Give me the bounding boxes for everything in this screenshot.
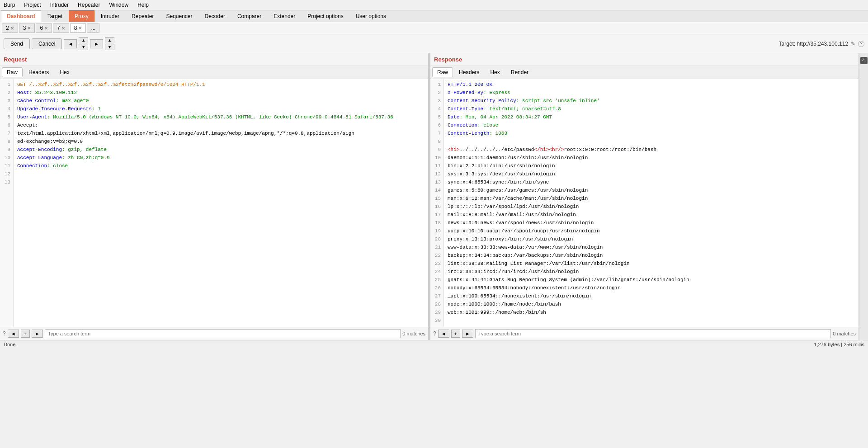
- close-tab-6[interactable]: ✕: [44, 26, 48, 31]
- tab-project-options[interactable]: Project options: [302, 10, 349, 22]
- request-panel-header: Request: [0, 53, 428, 66]
- response-line-numbers: 1234567891011121314151617181920212223242…: [430, 79, 444, 327]
- tab-target[interactable]: Target: [42, 10, 68, 22]
- close-tab-2[interactable]: ✕: [10, 26, 14, 31]
- request-text: GET /..%2f..%2f..%2f..%2f..%2f..%2fetc%2…: [14, 79, 428, 327]
- response-search-next[interactable]: +: [451, 330, 460, 338]
- request-panel-tabs: Raw Headers Hex: [0, 66, 428, 79]
- close-tab-7[interactable]: ✕: [61, 26, 65, 31]
- response-search-more[interactable]: ►: [462, 330, 473, 338]
- status-right: 1,276 bytes | 256 millis: [814, 342, 864, 347]
- nav-next-down-button[interactable]: ▼: [105, 44, 114, 50]
- response-tab-raw[interactable]: Raw: [432, 67, 453, 77]
- target-info: Target: http://35.243.100.112 ✎ ?: [779, 41, 864, 47]
- menu-window[interactable]: Window: [107, 1, 130, 9]
- request-search-prev[interactable]: ◄: [8, 330, 19, 338]
- response-content[interactable]: 1234567891011121314151617181920212223242…: [430, 79, 859, 327]
- request-tab-raw[interactable]: Raw: [2, 67, 23, 77]
- tab-intruder[interactable]: Intruder: [95, 10, 125, 22]
- request-search-bar: ? ◄ + ► 0 matches: [0, 327, 428, 340]
- status-left: Done: [4, 342, 15, 347]
- request-matches-label: 0 matches: [402, 331, 425, 336]
- sub-tab-8[interactable]: 8 ✕: [70, 24, 86, 33]
- menu-help[interactable]: Help: [136, 1, 151, 9]
- response-panel-header: Response: [430, 53, 859, 66]
- response-tab-hex[interactable]: Hex: [485, 67, 505, 77]
- tab-bar: Dashboard Target Proxy Intruder Repeater…: [0, 10, 868, 22]
- sub-tab-2[interactable]: 2 ✕: [2, 24, 18, 33]
- toolbar: Send Cancel ◄ ▲ ▼ ► ▲ ▼ Target: http://3…: [0, 34, 868, 53]
- request-search-more[interactable]: ►: [32, 330, 43, 338]
- request-panel: Request Raw Headers Hex 1234567891011121…: [0, 53, 429, 340]
- request-tab-hex[interactable]: Hex: [55, 67, 74, 77]
- response-tab-headers[interactable]: Headers: [454, 67, 484, 77]
- response-search-help-icon[interactable]: ?: [433, 330, 436, 337]
- tab-comparer[interactable]: Comparer: [231, 10, 267, 22]
- menu-repeater[interactable]: Repeater: [76, 1, 102, 9]
- response-text: HTTP/1.1 200 OKX-Powered-By: ExpressCont…: [444, 79, 859, 327]
- nav-up-button[interactable]: ▲: [79, 37, 88, 43]
- response-search-prev[interactable]: ◄: [438, 330, 449, 338]
- nav-next-button[interactable]: ►: [90, 39, 103, 48]
- request-line-numbers: 12345678910111213: [0, 79, 14, 327]
- target-url: Target: http://35.243.100.112: [779, 41, 848, 47]
- nav-prev-button[interactable]: ◄: [64, 39, 77, 48]
- close-tab-8[interactable]: ✕: [78, 26, 82, 31]
- request-search-next[interactable]: +: [21, 330, 30, 338]
- request-search-input[interactable]: [45, 329, 401, 338]
- target-help-icon[interactable]: ?: [858, 41, 864, 47]
- response-search-input[interactable]: [475, 329, 831, 338]
- send-button[interactable]: Send: [4, 38, 30, 49]
- tab-decoder[interactable]: Decoder: [199, 10, 231, 22]
- response-matches-label: 0 matches: [833, 331, 856, 336]
- response-search-bar: ? ◄ + ► 0 matches: [430, 327, 859, 340]
- panels-container: Request Raw Headers Hex 1234567891011121…: [0, 53, 868, 340]
- response-tab-render[interactable]: Render: [506, 67, 533, 77]
- sub-tab-bar: 2 ✕ 3 ✕ 6 ✕ 7 ✕ 8 ✕ ...: [0, 22, 868, 34]
- nav-down-button[interactable]: ▼: [79, 44, 88, 50]
- cancel-button[interactable]: Cancel: [32, 38, 62, 49]
- menu-burp[interactable]: Burp: [2, 1, 17, 9]
- edit-target-icon[interactable]: ✎: [851, 41, 855, 47]
- tab-extender[interactable]: Extender: [268, 10, 301, 22]
- tab-dashboard[interactable]: Dashboard: [1, 10, 41, 22]
- close-tab-3[interactable]: ✕: [27, 26, 31, 31]
- plug-icon[interactable]: 🔌: [860, 57, 868, 64]
- nav-next-up-button[interactable]: ▲: [105, 37, 114, 43]
- right-sidebar: 🔌: [859, 53, 868, 340]
- sub-tab-more[interactable]: ...: [87, 24, 99, 33]
- sub-tab-6[interactable]: 6 ✕: [36, 24, 52, 33]
- request-search-help-icon[interactable]: ?: [3, 330, 6, 337]
- tab-user-options[interactable]: User options: [350, 10, 392, 22]
- menu-intruder[interactable]: Intruder: [48, 1, 71, 9]
- request-content[interactable]: 12345678910111213 GET /..%2f..%2f..%2f..…: [0, 79, 428, 327]
- request-tab-headers[interactable]: Headers: [24, 67, 54, 77]
- sub-tab-7[interactable]: 7 ✕: [53, 24, 69, 33]
- tab-proxy[interactable]: Proxy: [69, 10, 94, 22]
- menu-project[interactable]: Project: [22, 1, 42, 9]
- menu-bar: Burp Project Intruder Repeater Window He…: [0, 0, 868, 10]
- sub-tab-3[interactable]: 3 ✕: [19, 24, 35, 33]
- response-panel: Response Raw Headers Hex Render 12345678…: [430, 53, 859, 340]
- tab-sequencer[interactable]: Sequencer: [160, 10, 198, 22]
- status-bar: Done 1,276 bytes | 256 millis: [0, 340, 868, 349]
- tab-repeater[interactable]: Repeater: [126, 10, 160, 22]
- response-panel-tabs: Raw Headers Hex Render: [430, 66, 859, 79]
